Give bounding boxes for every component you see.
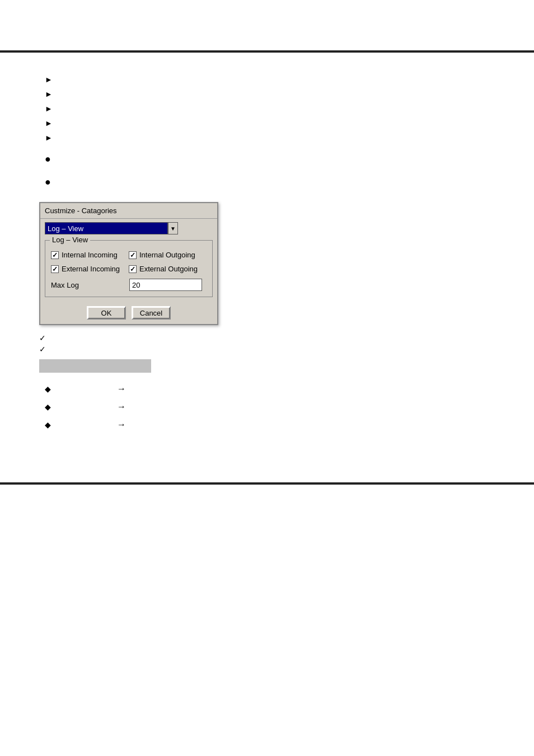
diamond-list: ◆ → ◆ → ◆ →: [45, 384, 500, 430]
ok-button[interactable]: OK: [87, 306, 126, 320]
content-area: ► ► ► ► ► ●: [0, 53, 534, 449]
arrow-list-item-1: ►: [45, 75, 500, 84]
diamond-icon-3: ◆: [45, 420, 51, 429]
highlight-box: [39, 359, 151, 373]
dialog-title-bar: Custmize - Catagories: [40, 203, 217, 219]
arrow-icon-1: ►: [45, 75, 53, 84]
arrow-right-2: →: [117, 402, 126, 412]
internal-incoming-item: ✓ Internal Incoming: [51, 251, 129, 259]
circle-list: ● ●: [45, 153, 500, 188]
arrow-right-1: →: [117, 384, 126, 394]
arrow-icon-3: ►: [45, 104, 53, 113]
dialog-dropdown-row: Log – View ▼: [40, 219, 217, 238]
external-incoming-item: ✓ External Incoming: [51, 265, 129, 273]
dialog-title: Custmize - Catagories: [45, 206, 117, 215]
external-incoming-check: ✓: [52, 265, 58, 273]
arrow-list-item-4: ►: [45, 119, 500, 128]
max-log-input[interactable]: [129, 279, 202, 291]
check-items-list: ✓ ✓: [39, 334, 500, 354]
external-incoming-checkbox[interactable]: ✓: [51, 265, 59, 273]
bottom-rule: [0, 482, 534, 485]
cancel-button[interactable]: Cancel: [132, 306, 171, 320]
external-outgoing-label: External Outgoing: [139, 265, 198, 273]
dialog-box: Custmize - Catagories Log – View ▼ Log –…: [39, 202, 218, 325]
arrow-list-item-3: ►: [45, 104, 500, 113]
check-item-1: ✓: [39, 334, 500, 342]
checkbox-row-1: ✓ Internal Incoming ✓ Internal Outgoing: [51, 251, 207, 259]
dropdown-arrow-button[interactable]: ▼: [168, 222, 178, 234]
circle-icon-1: ●: [45, 153, 51, 165]
internal-incoming-check: ✓: [52, 251, 58, 259]
group-box-title: Log – View: [50, 236, 90, 244]
internal-incoming-checkbox[interactable]: ✓: [51, 251, 59, 259]
external-outgoing-check: ✓: [130, 265, 135, 273]
check-item-2: ✓: [39, 345, 500, 354]
circle-list-item-2: ●: [45, 176, 500, 188]
circle-list-item-1: ●: [45, 153, 500, 165]
internal-outgoing-label: Internal Outgoing: [139, 251, 195, 259]
diamond-list-item-3: ◆ →: [45, 420, 500, 430]
diamond-icon-1: ◆: [45, 384, 51, 393]
circle-icon-2: ●: [45, 176, 51, 188]
external-outgoing-checkbox[interactable]: ✓: [129, 265, 137, 273]
check-mark-1: ✓: [39, 334, 46, 342]
internal-outgoing-item: ✓ Internal Outgoing: [129, 251, 207, 259]
internal-incoming-label: Internal Incoming: [62, 251, 118, 259]
arrow-list-item-5: ►: [45, 133, 500, 142]
external-outgoing-item: ✓ External Outgoing: [129, 265, 207, 273]
max-log-row: Max Log: [51, 279, 207, 291]
arrow-icon-4: ►: [45, 119, 53, 128]
diamond-icon-2: ◆: [45, 402, 51, 411]
arrow-list-item-2: ►: [45, 90, 500, 98]
dropdown-value: Log – View: [48, 224, 83, 233]
arrow-icon-5: ►: [45, 133, 53, 142]
diamond-list-item-2: ◆ →: [45, 402, 500, 412]
check-mark-2: ✓: [39, 345, 46, 354]
diamond-list-item-1: ◆ →: [45, 384, 500, 394]
log-view-group-box: Log – View ✓ Internal Incoming ✓ Interna…: [45, 240, 213, 297]
max-log-label: Max Log: [51, 281, 129, 289]
arrow-right-3: →: [117, 420, 126, 430]
dialog-buttons: OK Cancel: [40, 302, 217, 324]
page-container: ► ► ► ► ► ●: [0, 50, 534, 756]
internal-outgoing-checkbox[interactable]: ✓: [129, 251, 137, 259]
dropdown-wrapper[interactable]: Log – View ▼: [45, 222, 178, 234]
log-view-dropdown[interactable]: Log – View: [45, 222, 168, 234]
arrow-icon-2: ►: [45, 90, 53, 98]
external-incoming-label: External Incoming: [62, 265, 120, 273]
arrow-list: ► ► ► ► ►: [45, 75, 500, 142]
checkbox-row-2: ✓ External Incoming ✓ External Outgoing: [51, 265, 207, 273]
internal-outgoing-check: ✓: [130, 251, 135, 259]
